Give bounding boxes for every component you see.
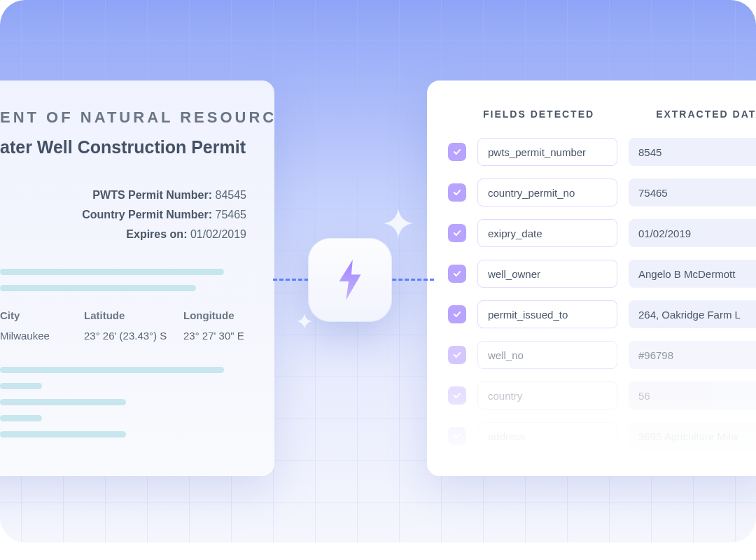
table-col: Latitude 23° 26' (23.43°) S <box>84 309 162 342</box>
field-name-chip[interactable]: pwts_permit_number <box>477 138 617 166</box>
skeleton-group <box>0 367 246 438</box>
field-row: permit_issued_to264, Oakridge Farm L <box>448 300 756 328</box>
extracted-value-chip[interactable]: 01/02/2019 <box>629 219 756 247</box>
extracted-value-chip[interactable]: 56 <box>629 382 756 410</box>
extracted-value-chip[interactable]: 3695 Agriculture Milw <box>629 422 756 450</box>
table-col: Longitude 23° 27' 30" E <box>183 309 246 342</box>
sparkle-icon <box>384 209 413 238</box>
field-row: exipry_date01/02/2019 <box>448 219 756 247</box>
checkbox[interactable] <box>448 183 466 202</box>
field-name-chip[interactable]: country <box>477 382 617 410</box>
check-icon <box>452 228 462 238</box>
check-icon <box>452 147 462 157</box>
check-icon <box>452 350 462 360</box>
field-row: well_ownerAngelo B McDermott <box>448 260 756 288</box>
check-icon <box>452 309 462 319</box>
table-header: City <box>0 309 63 321</box>
skeleton-line <box>0 415 42 421</box>
extracted-value-chip[interactable]: Angelo B McDermott <box>629 260 756 288</box>
skeleton-line <box>0 269 224 275</box>
field-row: address3695 Agriculture Milw <box>448 422 756 450</box>
field-row: well_no#96798 <box>448 341 756 369</box>
column-title-data: EXTRACTED DATA <box>656 108 756 120</box>
illustration-canvas: ENT OF NATURAL RESOURCES ater Well Const… <box>0 0 756 542</box>
field-row: pwts_permit_number8545 <box>448 138 756 166</box>
table-header: Longitude <box>183 309 246 321</box>
extracted-value-chip[interactable]: 75465 <box>629 178 756 206</box>
table-col: City Milwaukee <box>0 309 63 342</box>
checkbox[interactable] <box>448 143 466 161</box>
bolt-badge <box>308 238 392 322</box>
doc-meta: PWTS Permit Number: 84545 Country Permit… <box>0 189 246 241</box>
extracted-value-chip[interactable]: 264, Oakridge Farm L <box>629 300 756 328</box>
checkbox[interactable] <box>448 224 466 242</box>
skeleton-line <box>0 399 126 405</box>
meta-row: Expires on: 01/02/2019 <box>0 228 246 241</box>
table-header: Latitude <box>84 309 162 321</box>
field-row: country56 <box>448 382 756 410</box>
sparkle-icon <box>297 314 312 329</box>
source-document-card: ENT OF NATURAL RESOURCES ater Well Const… <box>0 80 274 476</box>
field-row: country_permit_no75465 <box>448 178 756 206</box>
skeleton-line <box>0 367 224 373</box>
field-name-chip[interactable]: well_owner <box>477 260 617 288</box>
check-icon <box>452 391 462 400</box>
check-icon <box>452 431 462 441</box>
skeleton-group <box>0 269 246 291</box>
doc-title: ater Well Construction Permit <box>0 137 246 158</box>
panel-headers: FIELDS DETECTED EXTRACTED DATA <box>448 108 756 120</box>
skeleton-line <box>0 431 126 438</box>
checkbox[interactable] <box>448 427 466 445</box>
table-cell: Milwaukee <box>0 330 63 342</box>
skeleton-line <box>0 383 42 389</box>
checkbox[interactable] <box>448 305 466 323</box>
doc-table: City Milwaukee Latitude 23° 26' (23.43°)… <box>0 309 246 342</box>
checkbox[interactable] <box>448 346 466 364</box>
extracted-value-chip[interactable]: 8545 <box>629 138 756 166</box>
table-cell: 23° 26' (23.43°) S <box>84 330 162 342</box>
field-name-chip[interactable]: well_no <box>477 341 617 369</box>
skeleton-line <box>0 285 196 291</box>
table-cell: 23° 27' 30" E <box>183 330 246 342</box>
meta-row: PWTS Permit Number: 84545 <box>0 189 246 202</box>
check-icon <box>452 188 462 197</box>
checkbox[interactable] <box>448 386 466 405</box>
meta-row: Country Permit Number: 75465 <box>0 209 246 221</box>
lightning-icon <box>333 260 367 300</box>
extraction-panel: FIELDS DETECTED EXTRACTED DATA pwts_perm… <box>427 80 756 476</box>
field-name-chip[interactable]: exipry_date <box>477 219 617 247</box>
extracted-value-chip[interactable]: #96798 <box>629 341 756 369</box>
check-icon <box>452 269 462 279</box>
field-name-chip[interactable]: address <box>477 422 617 450</box>
field-name-chip[interactable]: permit_issued_to <box>477 300 617 328</box>
checkbox[interactable] <box>448 265 466 283</box>
field-name-chip[interactable]: country_permit_no <box>477 178 617 206</box>
doc-header: ENT OF NATURAL RESOURCES <box>0 108 246 127</box>
column-title-fields: FIELDS DETECTED <box>483 108 594 120</box>
